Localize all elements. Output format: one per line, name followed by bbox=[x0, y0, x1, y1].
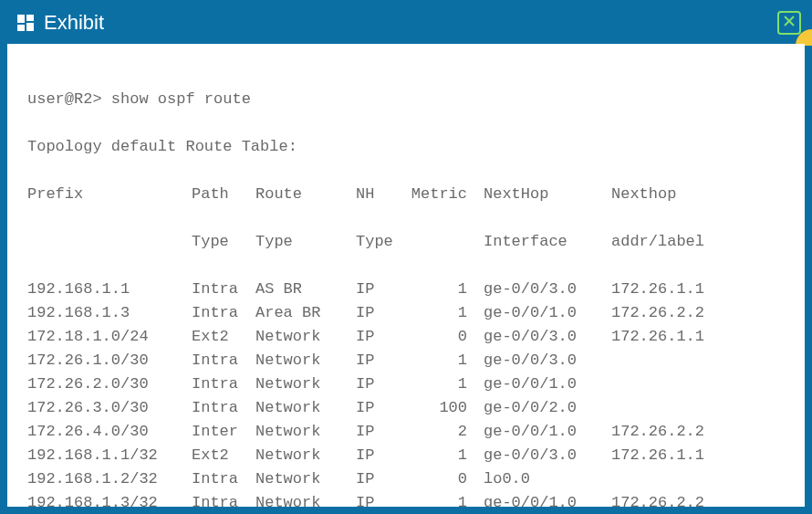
cell-nhif: ge-0/0/2.0 bbox=[484, 396, 611, 420]
cell-pathtype: Intra bbox=[192, 301, 255, 325]
col-metric-header2 bbox=[411, 230, 484, 254]
cell-nhtype: IP bbox=[356, 491, 411, 507]
cell-pathtype: Ext2 bbox=[192, 325, 255, 349]
cell-pathtype: Intra bbox=[192, 372, 255, 396]
table-header-row-1: PrefixPathRouteNHMetricNextHopNexthop bbox=[27, 183, 785, 206]
cell-nhaddr bbox=[611, 372, 739, 396]
exhibit-logo-icon bbox=[15, 12, 36, 34]
col-pathtype-header2: Type bbox=[192, 230, 255, 254]
col-nhif-header2: Interface bbox=[484, 230, 611, 254]
cell-nhaddr bbox=[611, 467, 739, 491]
cell-prefix: 172.26.2.0/30 bbox=[27, 372, 192, 396]
cell-nhif: ge-0/0/3.0 bbox=[484, 349, 611, 372]
cell-metric: 1 bbox=[411, 301, 484, 325]
cell-nhif: ge-0/0/1.0 bbox=[484, 372, 611, 396]
cell-nhtype: IP bbox=[356, 372, 411, 396]
cell-prefix: 192.168.1.3/32 bbox=[27, 491, 192, 507]
cell-pathtype: Intra bbox=[192, 491, 255, 507]
cell-prefix: 192.168.1.2/32 bbox=[27, 467, 192, 491]
cell-nhaddr: 172.26.1.1 bbox=[611, 444, 739, 467]
cell-prefix: 192.168.1.3 bbox=[27, 301, 192, 325]
table-row: 172.26.4.0/30InterNetworkIP2ge-0/0/1.017… bbox=[27, 420, 785, 444]
terminal-subtitle: Topology default Route Table: bbox=[27, 135, 297, 159]
col-nhaddr-header2: addr/label bbox=[611, 230, 739, 254]
cell-nhaddr: 172.26.2.2 bbox=[611, 301, 739, 325]
col-routetype-header2: Type bbox=[255, 230, 356, 254]
cell-pathtype: Inter bbox=[192, 420, 255, 444]
cell-routetype: Area BR bbox=[255, 301, 356, 325]
cell-nhif: ge-0/0/1.0 bbox=[484, 491, 611, 507]
cell-nhif: lo0.0 bbox=[484, 467, 611, 491]
table-row: 192.168.1.2/32IntraNetworkIP0lo0.0 bbox=[27, 467, 785, 491]
col-nhtype-header: NH bbox=[356, 183, 411, 206]
col-prefix-header: Prefix bbox=[27, 183, 192, 206]
cell-nhaddr: 172.26.2.2 bbox=[611, 491, 739, 507]
cell-pathtype: Intra bbox=[192, 396, 255, 420]
cell-routetype: Network bbox=[255, 444, 356, 467]
cell-nhaddr bbox=[611, 349, 739, 372]
cell-metric: 1 bbox=[411, 444, 484, 467]
cell-prefix: 172.26.1.0/30 bbox=[27, 349, 192, 372]
cell-nhtype: IP bbox=[356, 301, 411, 325]
cell-nhif: ge-0/0/3.0 bbox=[484, 325, 611, 349]
table-row: 192.168.1.3IntraArea BRIP1ge-0/0/1.0172.… bbox=[27, 301, 785, 325]
cell-pathtype: Ext2 bbox=[192, 444, 255, 467]
cell-routetype: Network bbox=[255, 420, 356, 444]
terminal-content: user@R2> show ospf route Topology defaul… bbox=[7, 44, 805, 507]
close-icon bbox=[783, 15, 796, 31]
cell-prefix: 192.168.1.1/32 bbox=[27, 444, 192, 467]
cell-routetype: Network bbox=[255, 372, 356, 396]
cell-nhif: ge-0/0/3.0 bbox=[484, 444, 611, 467]
terminal-subtitle-line: Topology default Route Table: bbox=[27, 135, 785, 159]
cell-routetype: AS BR bbox=[255, 278, 356, 301]
col-nhif-header: NextHop bbox=[484, 183, 611, 206]
table-row: 172.26.3.0/30IntraNetworkIP100ge-0/0/2.0 bbox=[27, 396, 785, 420]
cell-routetype: Network bbox=[255, 396, 356, 420]
col-routetype-header: Route bbox=[255, 183, 356, 206]
cell-nhif: ge-0/0/3.0 bbox=[484, 278, 611, 301]
cell-pathtype: Intra bbox=[192, 278, 255, 301]
table-row: 172.26.2.0/30IntraNetworkIP1ge-0/0/1.0 bbox=[27, 372, 785, 396]
cell-nhtype: IP bbox=[356, 396, 411, 420]
cell-prefix: 172.26.3.0/30 bbox=[27, 396, 192, 420]
terminal-prompt: user@R2> show ospf route bbox=[27, 88, 251, 111]
table-header-row-2: TypeTypeTypeInterfaceaddr/label bbox=[27, 230, 785, 254]
cell-nhtype: IP bbox=[356, 420, 411, 444]
cell-prefix: 172.18.1.0/24 bbox=[27, 325, 192, 349]
cell-nhif: ge-0/0/1.0 bbox=[484, 301, 611, 325]
cell-nhtype: IP bbox=[356, 325, 411, 349]
cell-nhtype: IP bbox=[356, 467, 411, 491]
window-title: Exhibit bbox=[44, 11, 104, 35]
table-row: 192.168.1.3/32IntraNetworkIP1ge-0/0/1.01… bbox=[27, 491, 785, 507]
cell-nhaddr: 172.26.1.1 bbox=[611, 325, 739, 349]
table-row: 192.168.1.1/32Ext2NetworkIP1ge-0/0/3.017… bbox=[27, 444, 785, 467]
col-prefix-header2 bbox=[27, 230, 192, 254]
cell-metric: 1 bbox=[411, 372, 484, 396]
cell-metric: 1 bbox=[411, 349, 484, 372]
cell-metric: 100 bbox=[411, 396, 484, 420]
col-nhtype-header2: Type bbox=[356, 230, 411, 254]
cell-pathtype: Intra bbox=[192, 467, 255, 491]
cell-prefix: 192.168.1.1 bbox=[27, 278, 192, 301]
col-pathtype-header: Path bbox=[192, 183, 255, 206]
cell-metric: 0 bbox=[411, 467, 484, 491]
table-row: 172.26.1.0/30IntraNetworkIP1ge-0/0/3.0 bbox=[27, 349, 785, 372]
close-button[interactable] bbox=[777, 11, 801, 35]
cell-nhtype: IP bbox=[356, 349, 411, 372]
exhibit-window: Exhibit user@R2> show ospf route Topolog… bbox=[0, 0, 812, 514]
col-metric-header: Metric bbox=[411, 183, 484, 206]
cell-nhtype: IP bbox=[356, 278, 411, 301]
cell-routetype: Network bbox=[255, 349, 356, 372]
titlebar: Exhibit bbox=[2, 2, 810, 44]
cell-metric: 1 bbox=[411, 491, 484, 507]
cell-routetype: Network bbox=[255, 325, 356, 349]
terminal-prompt-line: user@R2> show ospf route bbox=[27, 88, 785, 111]
cell-nhif: ge-0/0/1.0 bbox=[484, 420, 611, 444]
cell-nhtype: IP bbox=[356, 444, 411, 467]
cell-nhaddr bbox=[611, 396, 739, 420]
cell-metric: 2 bbox=[411, 420, 484, 444]
table-row: 172.18.1.0/24Ext2NetworkIP0ge-0/0/3.0172… bbox=[27, 325, 785, 349]
cell-nhaddr: 172.26.2.2 bbox=[611, 420, 739, 444]
cell-metric: 0 bbox=[411, 325, 484, 349]
table-row: 192.168.1.1IntraAS BRIP1ge-0/0/3.0172.26… bbox=[27, 278, 785, 301]
